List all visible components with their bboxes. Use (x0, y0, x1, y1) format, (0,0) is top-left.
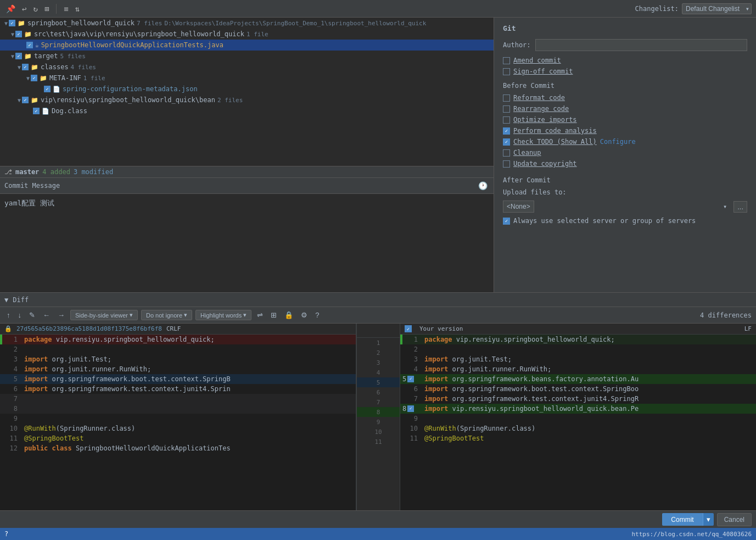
classes-checkbox[interactable]: ✓ (22, 64, 29, 70)
ignore-arrow: ▾ (184, 311, 187, 319)
diff-section: ▼ Diff ↑ ↓ ✎ ← → Side-by-side viewer ▾ D… (0, 292, 756, 510)
commit-arrow-button[interactable]: ▾ (703, 513, 714, 526)
git-title: Git (503, 24, 747, 32)
sep-8: 8 (357, 407, 400, 417)
target-folder-icon: 📁 (24, 53, 32, 60)
upload-dropdown[interactable]: <None> (503, 201, 534, 213)
tree-bean[interactable]: ▼ ✓ 📁 vip\rensiyu\springboot_helloworld_… (0, 94, 494, 105)
tree-meta-inf[interactable]: ▼ ✓ 📁 META-INF 1 file (0, 73, 494, 83)
undo-icon[interactable]: ↩ (20, 3, 28, 14)
changelist-wrapper[interactable]: Default Changelist (682, 3, 752, 14)
commit-button[interactable]: Commit (662, 513, 702, 526)
sort-icon[interactable]: ⇅ (74, 3, 81, 14)
tree-root[interactable]: ▼ ✓ 📁 springboot_helloworld_quick 7 file… (0, 18, 494, 29)
scroll-down-btn[interactable]: ↓ (16, 310, 24, 320)
settings-btn[interactable]: ⚙ (299, 310, 310, 320)
viewer-dropdown[interactable]: Side-by-side viewer ▾ (70, 310, 138, 320)
next-btn[interactable]: → (55, 310, 67, 320)
diff-left-line-5: 5 import org.springframework.boot.test.c… (0, 374, 356, 384)
tree-target[interactable]: ▼ ✓ 📁 target 5 files (0, 51, 494, 62)
changelist-dropdown[interactable]: Default Changelist (682, 3, 752, 14)
diff-toggle[interactable]: ▼ (4, 296, 8, 304)
todo-checkbox[interactable]: ✓ (503, 138, 510, 146)
diff-left-line-10: 10 @RunWith(SpringRunner.class) (0, 424, 356, 433)
commit-message-input[interactable]: yaml配置 测试 (0, 194, 494, 292)
cancel-button[interactable]: Cancel (717, 513, 752, 526)
root-checkbox[interactable]: ✓ (9, 20, 15, 26)
collapse-btn[interactable]: ⇌ (255, 310, 265, 320)
reformat-checkbox[interactable] (503, 94, 510, 102)
signoff-checkbox[interactable] (503, 68, 510, 75)
always-use-checkbox[interactable]: ✓ (503, 218, 510, 225)
dog-checkbox[interactable]: ✓ (33, 108, 40, 114)
right-line-11: @SpringBootTest (422, 433, 756, 443)
rearrange-checkbox[interactable] (503, 105, 510, 113)
configure-link[interactable]: Configure (600, 138, 636, 146)
diff-left-line-9: 9 (0, 414, 356, 424)
help-icon[interactable]: ? (4, 530, 8, 538)
bean-checkbox[interactable]: ✓ (22, 97, 29, 103)
commit-message-title: Commit Message (4, 182, 60, 190)
always-use-label: Always use selected server or group of s… (513, 217, 696, 225)
diff-left-line-8: 8 (0, 404, 356, 414)
amend-checkbox[interactable] (503, 57, 510, 64)
help-btn[interactable]: ? (313, 310, 321, 320)
test-file-checkbox[interactable]: ✓ (26, 42, 33, 48)
diff-header: ▼ Diff (0, 293, 756, 307)
meta-arrow: ▼ (26, 75, 30, 81)
highlight-arrow: ▾ (243, 311, 247, 319)
copyright-checkbox[interactable] (503, 160, 510, 168)
pin-icon[interactable]: 📌 (4, 3, 17, 14)
align-btn[interactable]: ⊞ (268, 310, 279, 320)
cleanup-checkbox[interactable] (503, 149, 510, 157)
diff-title: Diff (13, 296, 29, 304)
diff-hash: 27d565a56b23896ca5188d1d08f1375e8f6bf6f8 (16, 325, 162, 332)
highlight-dropdown[interactable]: Highlight words ▾ (195, 310, 251, 320)
grid-icon[interactable]: ⊞ (43, 3, 51, 14)
diff-left-line-12: 12 public class SpringbootHelloworldQuic… (0, 443, 356, 453)
diff-left-panel[interactable]: 🔒 27d565a56b23896ca5188d1d08f1375e8f6bf6… (0, 324, 356, 510)
tree-dog[interactable]: ✓ 📄 Dog.class (0, 105, 494, 116)
signoff-row: Sign-off commit (503, 68, 747, 75)
diff-right-panel[interactable]: ✓ Your version LF 1 package vip.rensiyu.… (400, 324, 756, 510)
perform-checkbox[interactable]: ✓ (503, 127, 510, 135)
target-checkbox[interactable]: ✓ (15, 53, 22, 59)
ignore-dropdown[interactable]: Do not ignore ▾ (141, 310, 192, 320)
right-linenum-8: 8✓ (402, 404, 422, 414)
line-content-4: import org.junit.runner.RunWith; (22, 364, 356, 374)
upload-dropdown-wrapper[interactable]: <None> (503, 201, 730, 213)
prev-btn[interactable]: ← (41, 310, 52, 320)
optimize-checkbox[interactable] (503, 116, 510, 124)
refresh-icon[interactable]: ↻ (31, 3, 39, 14)
list-icon[interactable]: ≡ (62, 3, 70, 14)
scroll-up-btn[interactable]: ↑ (4, 310, 13, 320)
viewer-arrow: ▾ (130, 311, 133, 319)
src-folder-icon: 📁 (24, 31, 32, 38)
dog-file-icon: 📄 (42, 108, 49, 115)
author-input[interactable] (535, 39, 747, 51)
sep-header (357, 324, 400, 338)
edit-btn[interactable]: ✎ (27, 310, 37, 320)
diff-crlf: CRLF (166, 325, 181, 332)
linenum-5: 5 (2, 374, 22, 384)
upload-more-button[interactable]: ... (733, 201, 747, 213)
history-icon[interactable]: 🕐 (477, 180, 489, 191)
your-version-label: Your version (419, 325, 463, 332)
diff-right-line-1: 1 package vip.rensiyu.springboot_hellowo… (400, 335, 756, 344)
action-bar: Commit ▾ Cancel (0, 510, 756, 528)
diff-right-line-2: 2 (400, 344, 756, 354)
diff-separator: 1 2 3 4 5 6 7 8 9 10 11 (356, 324, 400, 510)
lock-btn[interactable]: 🔒 (282, 310, 295, 320)
tree-test-file[interactable]: ✓ ☕ SpringbootHelloworldQuickApplication… (0, 40, 494, 51)
config-checkbox[interactable]: ✓ (44, 86, 51, 92)
java-file-icon: ☕ (35, 42, 39, 49)
tree-classes[interactable]: ▼ ✓ 📁 classes 4 files (0, 62, 494, 73)
always-use-row: ✓ Always use selected server or group of… (503, 217, 747, 225)
branch-name: master (15, 168, 39, 176)
src-checkbox[interactable]: ✓ (15, 31, 22, 37)
tree-src[interactable]: ▼ ✓ 📁 src\test\java\vip\rensiyu\springbo… (0, 29, 494, 40)
linenum-11: 11 (2, 433, 22, 443)
viewer-label: Side-by-side viewer (75, 312, 128, 319)
meta-checkbox[interactable]: ✓ (31, 75, 37, 81)
tree-config-file[interactable]: ✓ 📄 spring-configuration-metadata.json (0, 83, 494, 94)
